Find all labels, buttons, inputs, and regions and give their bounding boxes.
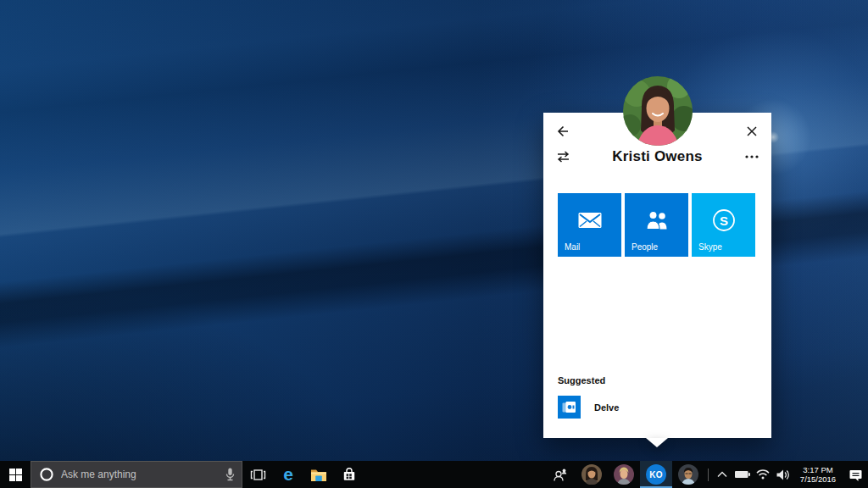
- battery-icon: [734, 469, 751, 480]
- cortana-icon: [39, 467, 54, 482]
- task-view-button[interactable]: [242, 461, 273, 488]
- store-icon: [342, 467, 357, 482]
- wifi-icon: [755, 469, 771, 480]
- delve-icon: [558, 396, 581, 419]
- volume-control[interactable]: [773, 461, 793, 488]
- pinned-contact-1[interactable]: [576, 461, 608, 488]
- battery-status[interactable]: [732, 461, 753, 488]
- suggested-app-label: Delve: [594, 402, 619, 413]
- tile-label: Skype: [698, 242, 722, 252]
- action-center-button[interactable]: [843, 461, 868, 488]
- tray-clock[interactable]: 3:17 PM 7/15/2016: [793, 461, 843, 488]
- people-silhouettes-icon: [645, 209, 669, 230]
- back-arrow-icon: [555, 124, 570, 139]
- volume-icon: [776, 469, 791, 481]
- back-button[interactable]: [552, 120, 574, 142]
- edge-button[interactable]: e: [273, 461, 303, 488]
- close-button[interactable]: [741, 120, 763, 142]
- contact-avatar: [623, 76, 693, 146]
- edge-icon: e: [283, 464, 293, 485]
- flyout-pointer: [646, 438, 668, 447]
- me-contact-button-selected[interactable]: KO: [640, 461, 672, 488]
- pinned-contact-2[interactable]: [608, 461, 640, 488]
- action-center-icon: [849, 468, 863, 482]
- microphone-icon[interactable]: [218, 467, 242, 482]
- clock-date: 7/15/2016: [800, 474, 836, 484]
- network-status[interactable]: [753, 461, 773, 488]
- skype-s-icon: S: [710, 207, 737, 234]
- my-people-button[interactable]: [545, 461, 576, 488]
- svg-text:S: S: [719, 213, 727, 227]
- windows-logo-icon: [9, 469, 22, 481]
- mail-envelope-icon: [577, 210, 602, 230]
- contact-avatar-1: [581, 464, 602, 485]
- suggested-heading: Suggested: [558, 375, 605, 385]
- chevron-up-icon: [716, 470, 728, 479]
- suggested-app-delve[interactable]: Delve: [558, 396, 619, 419]
- clock-time: 3:17 PM: [803, 465, 832, 474]
- tray-separator: [708, 469, 709, 481]
- store-button[interactable]: [334, 461, 364, 488]
- my-people-flyout: Kristi Owens Mail: [543, 113, 771, 438]
- taskbar: e: [0, 461, 868, 488]
- file-explorer-button[interactable]: [303, 461, 334, 488]
- mail-tile[interactable]: Mail: [558, 193, 621, 257]
- app-tile-row: Mail People S: [558, 193, 755, 257]
- people-outline-icon: [552, 467, 569, 482]
- contact-avatar-2: [614, 464, 634, 485]
- taskbar-spacer: [364, 461, 545, 488]
- people-tile[interactable]: People: [625, 193, 688, 257]
- search-input[interactable]: [54, 469, 218, 480]
- show-hidden-icons-button[interactable]: [712, 461, 732, 488]
- tile-label: People: [632, 242, 658, 252]
- contact-name: Kristi Owens: [543, 148, 771, 165]
- start-button[interactable]: [0, 461, 31, 488]
- contact-avatar-3: [678, 464, 698, 485]
- tile-label: Mail: [565, 242, 580, 252]
- desktop: Kristi Owens Mail: [0, 0, 868, 488]
- cortana-search-box[interactable]: [31, 461, 242, 488]
- close-icon: [746, 125, 758, 137]
- file-explorer-icon: [310, 468, 327, 482]
- skype-tile[interactable]: S Skype: [692, 193, 755, 257]
- task-view-icon: [250, 468, 266, 482]
- initials-badge: KO: [646, 464, 666, 485]
- pinned-contact-3[interactable]: [672, 461, 704, 488]
